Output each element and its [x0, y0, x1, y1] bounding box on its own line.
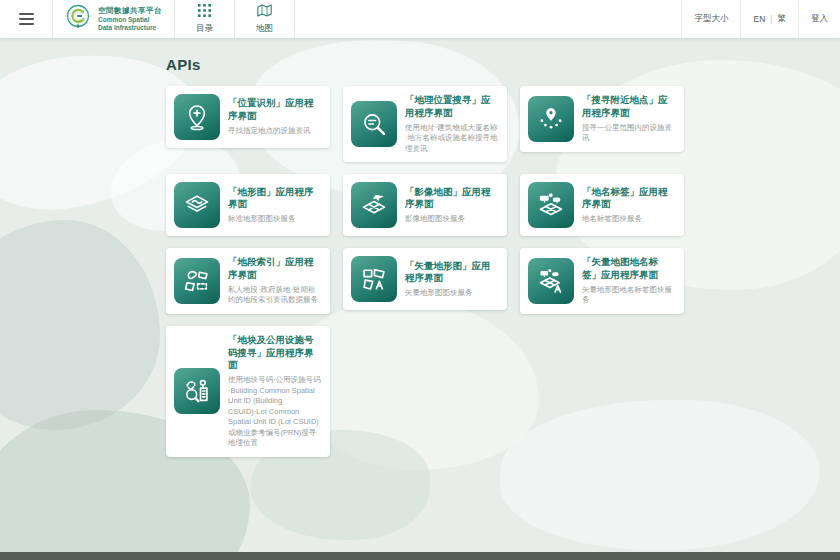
nav-map-label: 地图 — [256, 23, 273, 35]
language-switcher: EN | 繁 — [740, 0, 798, 38]
top-header: 空間數據共享平台 Common Spatial Data Infrastruct… — [0, 0, 840, 38]
map-icon — [257, 3, 272, 21]
lot-index-icon — [174, 258, 220, 304]
lang-zh-button[interactable]: 繁 — [778, 13, 787, 25]
main-content: APIs 「位置识别」应用程序界面 寻找指定地点的设施资讯 — [0, 38, 840, 560]
api-card-imagery-map[interactable]: 「影像地图」应用程序界面 影像地图图块服务 — [343, 174, 507, 236]
vector-labels-icon — [528, 258, 574, 304]
api-card-topographic-map[interactable]: 「地形图」应用程序界面 标准地形图图块服务 — [166, 174, 330, 236]
api-card-lot-utility-search[interactable]: 「地块及公用设施号码搜寻」应用程序界面 使用地块号码·公用设施号码·Buildi… — [166, 326, 330, 457]
card-title: 「矢量地图地名标签」应用程序界面 — [582, 256, 676, 282]
logo-title-en1: Common Spatial — [98, 16, 162, 24]
login-button[interactable]: 登入 — [798, 0, 840, 38]
card-title: 「影像地图」应用程序界面 — [405, 186, 499, 212]
nav-item-map[interactable]: 地图 — [235, 0, 295, 38]
location-pin-crosshair-icon — [174, 94, 220, 140]
page-title: APIs — [166, 56, 840, 73]
card-description: 标准地形图图块服务 — [228, 214, 322, 225]
card-title: 「地名标签」应用程序界面 — [582, 186, 676, 212]
card-title: 「地块及公用设施号码搜寻」应用程序界面 — [228, 334, 322, 372]
nearby-places-icon — [528, 96, 574, 142]
card-description: 矢量地形图地名标签图块服务 — [582, 285, 676, 306]
api-card-vector-labels[interactable]: 「矢量地图地名标签」应用程序界面 矢量地形图地名标签图块服务 — [520, 248, 684, 314]
site-logo[interactable]: 空間數據共享平台 Common Spatial Data Infrastruct… — [52, 0, 175, 38]
nav-item-directory[interactable]: 目录 — [175, 0, 235, 38]
card-title: 「位置识别」应用程序界面 — [228, 97, 322, 123]
footer-edge-bar — [0, 552, 840, 560]
grid-icon — [198, 3, 211, 21]
api-card-lot-index[interactable]: 「地段索引」应用程序界面 私人地段·政府拨地·短期租约的地段索引资讯数据服务 — [166, 248, 330, 314]
api-card-map-labels[interactable]: 「地名标签」应用程序界面 地名标签图块服务 — [520, 174, 684, 236]
card-description: 使用地块号码·公用设施号码·Building Common Spatial Un… — [228, 375, 322, 449]
lang-divider: | — [770, 14, 772, 24]
card-title: 「地形图」应用程序界面 — [228, 186, 322, 212]
lot-utility-search-icon — [174, 368, 220, 414]
card-description: 寻找指定地点的设施资讯 — [228, 126, 322, 137]
card-description: 搜寻一公里范围内的设施资讯 — [582, 123, 676, 144]
logo-title-zh: 空間數據共享平台 — [98, 6, 162, 15]
card-description: 使用地址·建筑物或大厦名称·地方名称或设施名称搜寻地理资讯 — [405, 123, 499, 155]
card-title: 「地段索引」应用程序界面 — [228, 256, 322, 282]
hamburger-menu-icon[interactable] — [0, 0, 52, 38]
card-title: 「搜寻附近地点」应用程序界面 — [582, 94, 676, 120]
lang-en-button[interactable]: EN — [753, 14, 765, 24]
api-card-grid: 「位置识别」应用程序界面 寻找指定地点的设施资讯 「地理位置搜寻」应用程序界面 … — [166, 86, 840, 457]
map-labels-icon — [528, 182, 574, 228]
card-description: 地名标签图块服务 — [582, 214, 676, 225]
card-title: 「矢量地形图」应用程序界面 — [405, 260, 499, 286]
api-card-geocode-search[interactable]: 「地理位置搜寻」应用程序界面 使用地址·建筑物或大厦名称·地方名称或设施名称搜寻… — [343, 86, 507, 162]
font-size-button[interactable]: 字型大小 — [681, 0, 740, 38]
card-description: 私人地段·政府拨地·短期租约的地段索引资讯数据服务 — [228, 285, 322, 306]
api-card-location-identify[interactable]: 「位置识别」应用程序界面 寻找指定地点的设施资讯 — [166, 86, 330, 148]
api-card-vector-topographic[interactable]: 「矢量地形图」应用程序界面 矢量地形图图块服务 — [343, 248, 507, 310]
card-title: 「地理位置搜寻」应用程序界面 — [405, 94, 499, 120]
csdi-logo-icon — [65, 4, 91, 34]
card-description: 影像地图图块服务 — [405, 214, 499, 225]
api-card-nearby-search[interactable]: 「搜寻附近地点」应用程序界面 搜寻一公里范围内的设施资讯 — [520, 86, 684, 152]
vector-topographic-icon — [351, 256, 397, 302]
topographic-map-icon — [174, 182, 220, 228]
imagery-map-icon — [351, 182, 397, 228]
nav-directory-label: 目录 — [196, 23, 213, 35]
geocode-search-icon — [351, 101, 397, 147]
card-description: 矢量地形图图块服务 — [405, 288, 499, 299]
logo-title-en2: Data Infrastructure — [98, 24, 162, 32]
